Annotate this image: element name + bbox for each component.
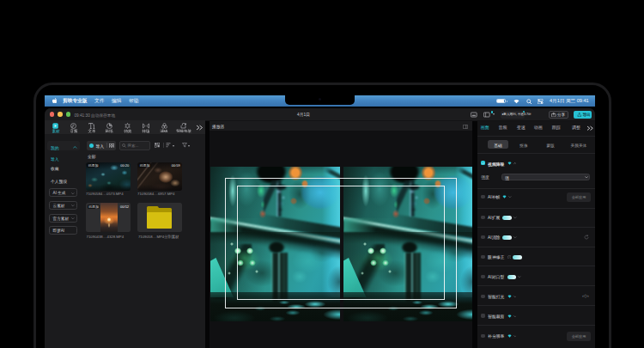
svg-text:i: i — [508, 255, 509, 259]
